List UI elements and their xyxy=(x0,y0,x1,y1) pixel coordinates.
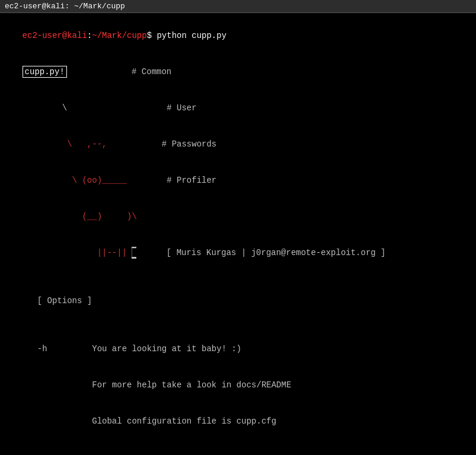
ascii-line4: \ (oo)_____ # Profiler xyxy=(2,163,474,199)
terminal: ec2-user@kali:~/Mark/cupp$ python cupp.p… xyxy=(0,13,476,455)
blank1 xyxy=(2,271,474,282)
blank2 xyxy=(2,319,474,330)
prompt-line: ec2-user@kali:~/Mark/cupp$ python cupp.p… xyxy=(2,18,474,54)
prompt-user: ec2-user@kali xyxy=(23,31,87,40)
ascii-line3: \ ,--, # Passwords xyxy=(2,126,474,163)
options-header: [ Options ] xyxy=(2,283,474,319)
cupp-label: cupp.py! xyxy=(23,66,67,78)
option-h-line1: -h You are looking at it baby! :) xyxy=(2,331,474,367)
ascii-line6: ||--|| █ [ Muris Kurgas | j0rgan@remote-… xyxy=(2,234,474,271)
option-h-line2: For more help take a look in docs/README xyxy=(2,367,474,403)
prompt-dir: ~/Mark/cupp xyxy=(92,31,146,40)
title-bar: ec2-user@kali: ~/Mark/cupp xyxy=(0,0,476,13)
option-i: -i Interactive questions for user passwo… xyxy=(2,451,474,455)
option-h-line3: Global configuration file is cupp.cfg xyxy=(2,403,474,440)
ascii-art-block: cupp.py! # Common xyxy=(2,54,474,90)
ascii-line2: \ # User xyxy=(2,90,474,126)
blank3 xyxy=(2,439,474,451)
ascii-line5: (__) )\ xyxy=(2,198,474,234)
title-text: ec2-user@kali: ~/Mark/cupp xyxy=(5,2,125,11)
